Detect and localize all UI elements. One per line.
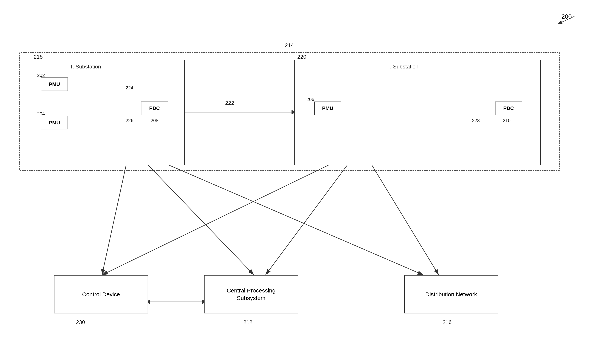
ref-208-label: 208 — [151, 118, 158, 123]
pmu-206-box: PMU — [314, 102, 341, 115]
distribution-network-box: Distribution Network — [404, 275, 498, 313]
ref-228-text: 228 — [472, 118, 480, 123]
pdc-208-label: PDC — [149, 105, 160, 111]
ref-228-label: 228 — [472, 118, 480, 123]
right-substation-box: T. Substation PMU PDC 206 228 210 — [294, 60, 541, 165]
left-substation-box: T. Substation PMU PMU PDC 202 204 226 20… — [31, 60, 185, 165]
ref-210-text: 210 — [503, 118, 510, 123]
svg-line-8 — [265, 161, 350, 275]
ref-200-label: 200 — [562, 13, 572, 20]
svg-line-5 — [102, 161, 127, 275]
ref-202-text: 202 — [37, 73, 45, 78]
pdc-210-box: PDC — [495, 102, 522, 115]
ref-204-label: 204 — [37, 111, 45, 117]
pmu-202-label: PMU — [49, 81, 60, 87]
central-processing-box: Central Processing Subsystem — [204, 275, 298, 313]
control-device-box: Control Device — [54, 275, 148, 313]
left-substation-label: T. Substation — [70, 64, 101, 70]
pdc-208-box: PDC — [141, 102, 168, 115]
central-processing-label: Central Processing Subsystem — [227, 287, 275, 302]
ref-218-text: 218 — [34, 54, 43, 60]
svg-line-7 — [102, 161, 337, 275]
left-substation-text: T. Substation — [70, 64, 101, 70]
control-device-label: Control Device — [82, 291, 120, 298]
ref-218-label: 218 — [34, 54, 43, 60]
ref-210-label: 210 — [503, 118, 510, 123]
ref-204-text: 204 — [37, 111, 45, 116]
ref-212-label: 212 — [243, 319, 252, 325]
pmu-206-label: PMU — [322, 105, 333, 111]
ref-202-label: 202 — [37, 73, 45, 78]
ref-206-label: 206 — [306, 97, 314, 102]
ref-208-text: 208 — [151, 118, 158, 123]
right-substation-text: T. Substation — [387, 64, 418, 70]
ref-226-text: 226 — [126, 118, 133, 123]
diagram: 200 — [0, 0, 589, 364]
ref-220-label: 220 — [297, 54, 306, 60]
pmu-202-box: PMU — [41, 78, 68, 91]
ref-222-text: 222 — [225, 100, 234, 106]
pmu-204-box: PMU — [41, 116, 68, 130]
pdc-210-label: PDC — [503, 105, 514, 111]
svg-line-9 — [370, 161, 439, 275]
distribution-network-label: Distribution Network — [425, 291, 477, 298]
right-substation-label: T. Substation — [387, 64, 418, 70]
svg-line-6 — [144, 161, 254, 275]
ref-224-label: 224 — [126, 85, 133, 91]
ref-222-label: 222 — [225, 100, 234, 106]
ref-216-text: 216 — [443, 319, 452, 325]
ref-200-text: 200 — [562, 13, 572, 20]
svg-line-10 — [160, 161, 423, 275]
ref-214-label: 214 — [285, 42, 294, 48]
ref-230-text: 230 — [76, 319, 85, 325]
pmu-204-label: PMU — [49, 120, 60, 126]
ref-230-label: 230 — [76, 319, 85, 325]
ref-220-text: 220 — [297, 54, 306, 60]
ref-212-text: 212 — [243, 319, 252, 325]
ref-216-label: 216 — [443, 319, 452, 325]
ref-206-text: 206 — [306, 97, 314, 102]
ref-226-label: 226 — [126, 118, 133, 123]
ref-224-text: 224 — [126, 85, 133, 90]
ref-214-text: 214 — [285, 42, 294, 48]
